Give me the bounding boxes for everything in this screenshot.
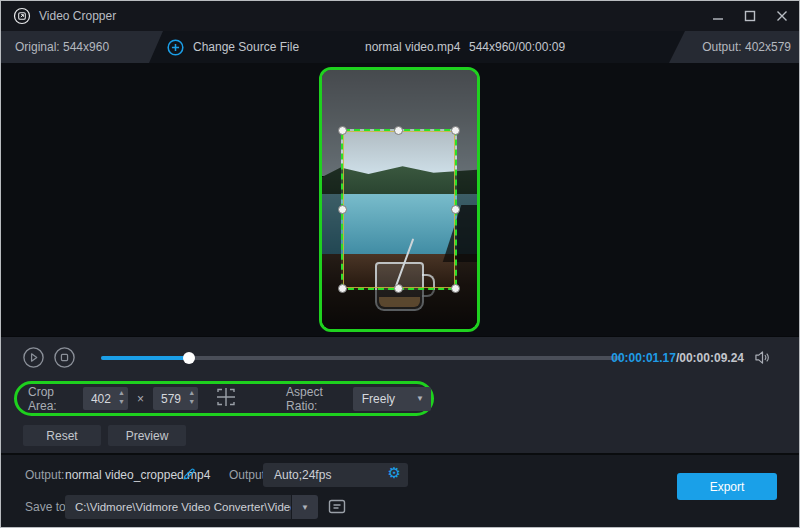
crop-height-input[interactable] [153, 392, 187, 406]
chevron-down-icon: ▼ [301, 503, 309, 512]
spin-up-icon[interactable]: ▲ [188, 388, 195, 397]
output-name-label: Output: [25, 468, 64, 482]
preview-button[interactable]: Preview [108, 425, 186, 446]
format-value: Auto;24fps [274, 468, 331, 482]
crop-width-stepper: ▲ ▼ [83, 387, 128, 410]
reset-button[interactable]: Reset [23, 425, 101, 446]
window-title: Video Cropper [39, 9, 116, 23]
chevron-down-icon: ▼ [416, 394, 424, 403]
output-size-label: Output: 402x579 [702, 31, 791, 63]
format-select[interactable]: Auto;24fps ⚙ [263, 463, 408, 487]
crop-handle-se[interactable] [451, 284, 460, 293]
current-time: 00:00:01.17 [611, 351, 676, 365]
original-size-tab: Original: 544x960 [1, 31, 163, 63]
volume-icon[interactable] [754, 350, 771, 369]
open-folder-icon[interactable] [327, 497, 347, 519]
crop-handle-nw[interactable] [338, 126, 347, 135]
time-display: 00:00:01.17/00:00:09.24 [611, 337, 744, 379]
change-source-label: Change Source File [193, 40, 299, 54]
source-filename: normal video.mp4 [365, 31, 460, 63]
spin-down-icon[interactable]: ▼ [118, 397, 125, 406]
crop-handle-s[interactable] [394, 284, 403, 293]
controls-panel: 00:00:01.17/00:00:09.24 Crop Area: ▲ ▼ [1, 336, 799, 453]
aspect-ratio-value: Freely [362, 392, 395, 406]
crop-handle-n[interactable] [394, 126, 403, 135]
edit-filename-icon[interactable] [181, 466, 197, 486]
window-controls [711, 1, 789, 31]
gear-icon[interactable]: ⚙ [388, 464, 401, 482]
save-path-dropdown[interactable]: ▼ [292, 495, 318, 519]
seek-progress [101, 356, 189, 360]
plus-circle-icon [167, 39, 184, 56]
output-panel: Output: normal video_cropped.mp4 Output:… [1, 453, 799, 528]
player-bar: 00:00:01.17/00:00:09.24 [1, 337, 799, 379]
play-button[interactable] [22, 346, 45, 369]
crop-handle-ne[interactable] [451, 126, 460, 135]
multiply-sign: × [135, 392, 146, 406]
crop-handle-e[interactable] [451, 205, 460, 214]
crop-height-stepper: ▲ ▼ [153, 387, 198, 410]
video-preview [319, 67, 480, 332]
minimize-icon[interactable] [711, 9, 725, 23]
aspect-ratio-label: Aspect Ratio: [286, 385, 346, 413]
crop-selection[interactable] [341, 129, 457, 290]
crop-handle-w[interactable] [338, 205, 347, 214]
total-time: /00:00:09.24 [676, 351, 744, 365]
export-button[interactable]: Export [677, 473, 777, 500]
video-stage [1, 63, 799, 336]
close-icon[interactable] [775, 9, 789, 23]
titlebar: Video Cropper [1, 1, 799, 31]
crop-width-spinners: ▲ ▼ [118, 388, 125, 406]
source-dimensions: 544x960/00:00:09 [469, 31, 565, 63]
stop-button[interactable] [53, 346, 76, 369]
seek-thumb[interactable] [183, 352, 195, 364]
aspect-ratio-select[interactable]: Freely ▼ [353, 387, 431, 411]
change-source-button[interactable]: Change Source File [167, 31, 299, 63]
center-crop-icon[interactable] [213, 385, 239, 413]
crop-width-input[interactable] [83, 392, 117, 406]
info-bar: Original: 544x960 Change Source File nor… [1, 31, 799, 63]
seek-slider[interactable] [101, 356, 621, 360]
crop-controls-highlight: Crop Area: ▲ ▼ × ▲ ▼ [14, 381, 434, 416]
save-to-label: Save to: [25, 500, 69, 514]
video-cropper-window: Video Cropper Original: 544x960 Change S… [0, 0, 800, 528]
app-logo-icon [13, 7, 31, 25]
spin-up-icon[interactable]: ▲ [118, 388, 125, 397]
action-row: Reset Preview [1, 419, 799, 454]
crop-controls-row: Crop Area: ▲ ▼ × ▲ ▼ [1, 379, 799, 419]
original-size-label: Original: 544x960 [15, 40, 109, 54]
output-size-tab: Output: 402x579 [669, 31, 799, 63]
crop-handle-sw[interactable] [338, 284, 347, 293]
save-path-value: C:\Vidmore\Vidmore Video Converter\Video… [75, 501, 291, 513]
spin-down-icon[interactable]: ▼ [188, 397, 195, 406]
maximize-icon[interactable] [743, 9, 757, 23]
save-path-field[interactable]: C:\Vidmore\Vidmore Video Converter\Video… [65, 495, 291, 519]
crop-area-label: Crop Area: [28, 385, 76, 413]
crop-height-spinners: ▲ ▼ [188, 388, 195, 406]
